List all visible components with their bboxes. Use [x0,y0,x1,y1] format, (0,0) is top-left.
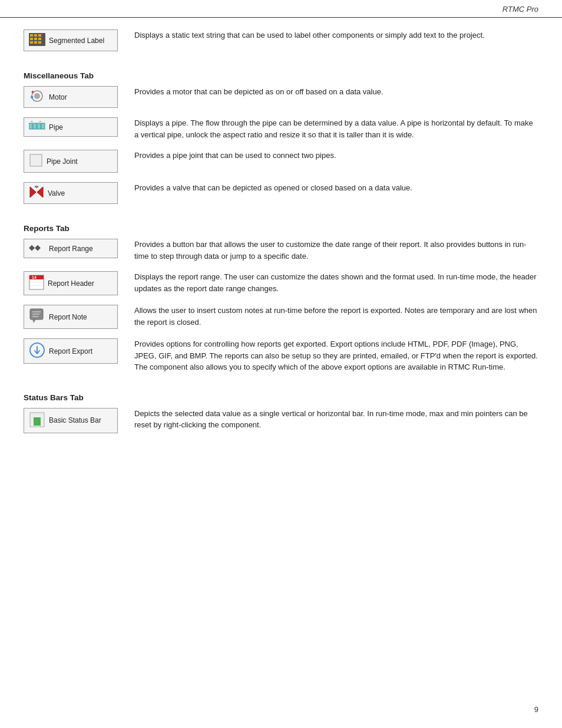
motor-desc: Provides a motor that can be depicted as… [134,86,538,98]
pipejoint-label-text: Pipe Joint [47,157,78,166]
component-icon-box-report-range: ◆◆ → Report Range [24,239,118,258]
component-row-report-header: 14 Report Header Displays the report ran… [24,271,538,295]
app-title: RTMC Pro [503,5,538,14]
svg-rect-3 [38,34,41,37]
svg-rect-39 [34,417,41,426]
svg-rect-2 [34,34,37,37]
motor-label-text: Motor [49,93,67,101]
valve-icon [29,186,44,200]
basic-status-bar-label-text: Basic Status Bar [49,416,101,424]
component-row-report-range: ◆◆ → Report Range Provides a button bar … [24,239,538,262]
pipejoint-desc: Provides a pipe joint that can be used t… [134,150,538,162]
report-header-desc: Displays the report range. The user can … [134,271,538,294]
page-header: RTMC Pro [0,0,562,18]
svg-rect-20 [30,154,42,166]
pipejoint-icon [29,153,43,169]
component-icon-box-motor: ✦ ■ Motor [24,86,118,108]
component-row-report-export: Report Export Provides options for contr… [24,338,538,373]
svg-text:■: ■ [31,94,34,100]
svg-rect-17 [41,123,45,129]
component-row-segmented: Segmented Label Displays a static text s… [24,29,538,51]
svg-rect-16 [37,123,41,129]
motor-icon: ✦ ■ [29,90,45,104]
svg-marker-33 [32,319,36,323]
report-note-label-text: Report Note [49,313,87,321]
component-icon-box-pipejoint: Pipe Joint [24,150,118,173]
segmented-label-icon [29,33,45,48]
pipe-label-text: Pipe [49,123,63,131]
svg-rect-6 [38,38,41,40]
miscellaneous-tab-heading: Miscellaneous Tab [24,71,538,80]
component-icon-box-report-header: 14 Report Header [24,271,118,295]
svg-text:14: 14 [32,275,37,279]
report-range-label-text: Report Range [49,245,93,253]
svg-rect-1 [30,34,33,37]
report-export-icon [29,342,45,360]
valve-desc: Provides a valve that can be depicted as… [134,182,538,194]
svg-marker-21 [30,187,36,197]
segmented-label-desc: Displays a static text string that can b… [134,29,538,41]
svg-text:→: → [34,243,41,252]
svg-rect-4 [30,38,33,40]
pipe-icon: × × [29,121,45,133]
report-range-icon: ◆◆ → [29,242,45,255]
svg-text:×: × [39,121,41,123]
reports-tab-heading: Reports Tab [24,224,538,233]
component-row-pipe: × × Pipe Displays a pipe. The flow throu… [24,117,538,140]
segmented-label-text: Segmented Label [49,37,104,45]
status-bars-tab-heading: Status Bars Tab [24,393,538,402]
page-number: 9 [534,705,538,714]
component-icon-box-segmented: Segmented Label [24,29,118,51]
component-row-motor: ✦ ■ Motor Provides a motor that can be d… [24,86,538,108]
component-row-pipejoint: Pipe Joint Provides a pipe joint that ca… [24,150,538,173]
report-export-desc: Provides options for controlling how rep… [134,338,538,373]
component-row-report-note: Report Note Allows the user to insert cu… [24,305,538,329]
component-row-basic-status-bar: Basic Status Bar Depicts the selected da… [24,408,538,433]
report-header-label-text: Report Header [48,279,94,288]
valve-label-text: Valve [48,189,65,197]
report-range-desc: Provides a button bar that allows the us… [134,239,538,262]
svg-rect-14 [29,123,32,129]
component-row-valve: Valve Provides a valve that can be depic… [24,182,538,204]
component-icon-box-valve: Valve [24,182,118,204]
component-icon-box-report-export: Report Export [24,338,118,364]
svg-rect-24 [35,186,38,187]
report-header-icon: 14 [29,275,44,292]
svg-text:×: × [31,121,33,123]
svg-rect-7 [30,41,33,44]
component-icon-box-report-note: Report Note [24,305,118,329]
basic-status-bar-icon [29,411,45,430]
report-note-desc: Allows the user to insert custom notes a… [134,305,538,328]
svg-marker-22 [37,187,43,197]
component-icon-box-pipe: × × Pipe [24,117,118,137]
svg-rect-8 [34,41,37,44]
basic-status-bar-desc: Depicts the selected data value as a sin… [134,408,538,431]
svg-rect-15 [33,123,37,129]
svg-point-11 [34,93,40,99]
report-note-icon [29,308,45,325]
report-export-label-text: Report Export [49,347,92,355]
pipe-desc: Displays a pipe. The flow through the pi… [134,117,538,140]
svg-rect-5 [34,38,37,40]
component-icon-box-basic-status-bar: Basic Status Bar [24,408,118,433]
svg-rect-9 [38,41,41,44]
page-content: Segmented Label Displays a static text s… [0,18,562,466]
